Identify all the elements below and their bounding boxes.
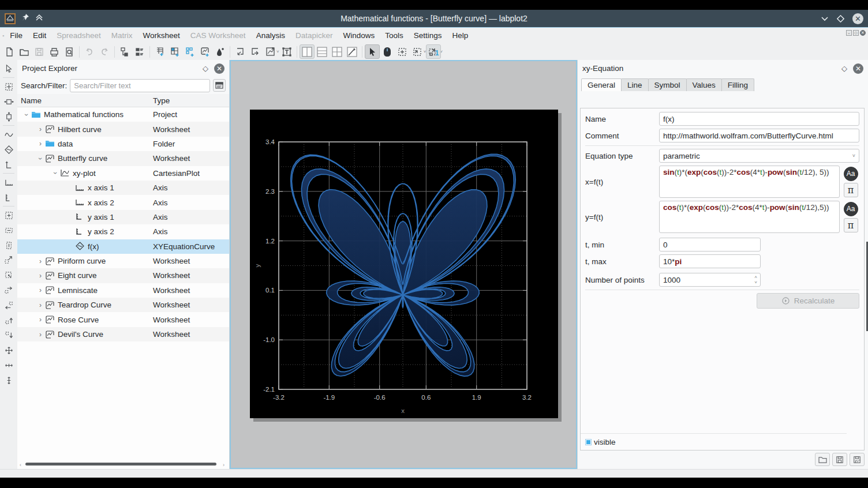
auto-scale-y-icon[interactable]	[2, 373, 16, 388]
equation-type-select[interactable]: parametric˅	[659, 149, 859, 163]
menu-analysis[interactable]: Analysis	[251, 29, 290, 42]
break-layout-button[interactable]	[345, 44, 360, 59]
constants-icon[interactable]: Aa	[844, 167, 858, 181]
expander-icon[interactable]	[36, 257, 45, 265]
save-template-icon[interactable]	[832, 453, 847, 466]
table-row[interactable]: Hilbert curve Worksheet	[17, 122, 229, 136]
points-spinbox[interactable]: 1000˄˅	[659, 273, 761, 287]
new-xy-curve-icon[interactable]	[2, 127, 16, 142]
table-row[interactable]: Lemniscate Worksheet	[17, 283, 229, 298]
zoom-out-icon[interactable]	[2, 268, 16, 283]
expander-icon[interactable]	[36, 316, 45, 324]
tmax-field[interactable]: 10*pi	[659, 254, 761, 268]
tab-line[interactable]: Line	[621, 78, 649, 91]
auto-scale-icon[interactable]	[2, 343, 16, 358]
table-row[interactable]: data Folder	[17, 137, 229, 151]
subwindow-close-icon[interactable]: ✕	[860, 30, 866, 36]
zoom-select-mode-button[interactable]	[395, 44, 410, 59]
new-xy-equation-curve-icon[interactable]	[2, 142, 16, 157]
table-row[interactable]: Butterfly curve Worksheet	[17, 151, 229, 166]
table-row[interactable]: x axis 2 Axis	[17, 195, 229, 209]
spinbox-arrows-icon[interactable]: ˄˅	[754, 275, 757, 285]
horizontal-scrollbar[interactable]	[25, 463, 216, 466]
menu-worksheet[interactable]: Worksheet	[138, 29, 185, 42]
table-row[interactable]: f(x) XYEquationCurve	[17, 239, 229, 254]
x-equation-field[interactable]: sin(t)*(exp(cos(t))-2*cos(4*t)-pow(sin(t…	[659, 166, 840, 198]
expander-icon[interactable]	[22, 111, 31, 119]
filter-options-icon[interactable]	[213, 79, 226, 92]
menu-windows[interactable]: Windows	[338, 29, 380, 42]
new-worksheet-button[interactable]	[197, 44, 212, 59]
expander-icon[interactable]	[66, 242, 75, 250]
toggle-project-explorer-button[interactable]	[117, 44, 132, 59]
new-workbook-button[interactable]	[182, 44, 197, 59]
expander-icon[interactable]	[36, 301, 45, 309]
table-row[interactable]: Devil's Curve Worksheet	[17, 327, 229, 341]
tab-symbol[interactable]: Symbol	[648, 78, 687, 91]
worksheet-page[interactable]: -3.2-1.9-0.60.61.93.23.42.31.20.1-1.0-2.…	[250, 110, 558, 418]
new-matrix-button[interactable]	[167, 44, 182, 59]
new-legend-icon[interactable]	[2, 157, 16, 172]
expander-icon[interactable]	[66, 228, 75, 236]
resize-horizontal-icon[interactable]	[2, 94, 16, 109]
functions-pi-icon[interactable]: π	[844, 183, 858, 197]
hscroll-left-icon[interactable]: ‹	[20, 462, 21, 468]
tab-general[interactable]: General	[581, 78, 622, 91]
table-row[interactable]: x axis 1 Axis	[17, 181, 229, 195]
menu-settings[interactable]: Settings	[409, 29, 447, 42]
horizontal-layout-button[interactable]	[315, 44, 330, 59]
zoom-region-icon[interactable]	[2, 208, 16, 223]
menu-tools[interactable]: Tools	[380, 29, 409, 42]
dock-close-icon[interactable]: ✕	[853, 63, 863, 74]
zoom-y-region-icon[interactable]	[2, 238, 16, 253]
dock-float-icon[interactable]: ◇	[841, 64, 847, 73]
expander-icon[interactable]	[36, 286, 45, 294]
tmin-field[interactable]: 0	[659, 238, 761, 251]
table-row[interactable]: y axis 2 Axis	[17, 224, 229, 239]
maximize-icon[interactable]	[837, 15, 844, 22]
new-project-button[interactable]	[2, 44, 17, 59]
menu-file[interactable]: File	[5, 29, 28, 42]
grid-layout-button[interactable]	[330, 44, 345, 59]
load-template-icon[interactable]	[815, 453, 830, 466]
table-row[interactable]: xy-plot CartesianPlot	[17, 166, 229, 181]
visible-checkbox[interactable]	[585, 439, 592, 445]
shift-left-icon[interactable]	[2, 298, 16, 313]
menu-edit[interactable]: Edit	[28, 29, 51, 42]
hscroll-right-icon[interactable]: ›	[223, 462, 225, 468]
expander-icon[interactable]	[66, 198, 75, 207]
pin-icon[interactable]	[21, 13, 29, 24]
table-row[interactable]: Piriform curve Worksheet	[17, 254, 229, 268]
table-row[interactable]: Rose Curve Worksheet	[17, 312, 229, 326]
subwindow-restore-icon[interactable]: ◇	[853, 30, 859, 36]
subwindow-minimize-icon[interactable]: ⌄	[846, 30, 852, 36]
new-datapicker-button[interactable]	[212, 44, 227, 59]
auto-scale-x-icon[interactable]	[2, 358, 16, 373]
expander-icon[interactable]	[36, 155, 45, 163]
expander-icon[interactable]	[66, 184, 75, 192]
import-data-button[interactable]	[233, 44, 248, 59]
expander-icon[interactable]	[36, 140, 45, 148]
tab-filling[interactable]: Filling	[721, 78, 754, 91]
constants-icon[interactable]: Aa	[844, 202, 858, 216]
cartesian-plot[interactable]: -3.2-1.9-0.60.61.93.23.42.31.20.1-1.0-2.…	[250, 110, 558, 418]
table-row[interactable]: Mathematical functions Project	[17, 107, 229, 122]
shift-right-icon[interactable]	[2, 283, 16, 298]
open-project-button[interactable]	[17, 44, 32, 59]
column-header-name[interactable]: Name	[17, 96, 153, 105]
expander-icon[interactable]	[36, 272, 45, 280]
dock-close-icon[interactable]: ✕	[214, 63, 225, 74]
zoom-x-region-icon[interactable]	[2, 223, 16, 238]
print-button[interactable]	[47, 44, 62, 59]
y-equation-field[interactable]: cos(t)*(exp(cos(t))-2*cos(4*t)-pow(sin(t…	[659, 201, 840, 233]
new-text-label-button[interactable]	[279, 44, 294, 59]
vertical-layout-button[interactable]	[300, 44, 315, 59]
shift-up-icon[interactable]	[2, 313, 16, 328]
shift-down-icon[interactable]	[2, 328, 16, 343]
export-data-button[interactable]	[248, 44, 263, 59]
save-default-icon[interactable]	[850, 453, 865, 466]
functions-pi-icon[interactable]: π	[844, 218, 858, 232]
search-filter-input[interactable]	[70, 79, 210, 92]
name-field[interactable]: f(x)	[659, 112, 859, 126]
navigate-mode-button[interactable]	[380, 44, 395, 59]
